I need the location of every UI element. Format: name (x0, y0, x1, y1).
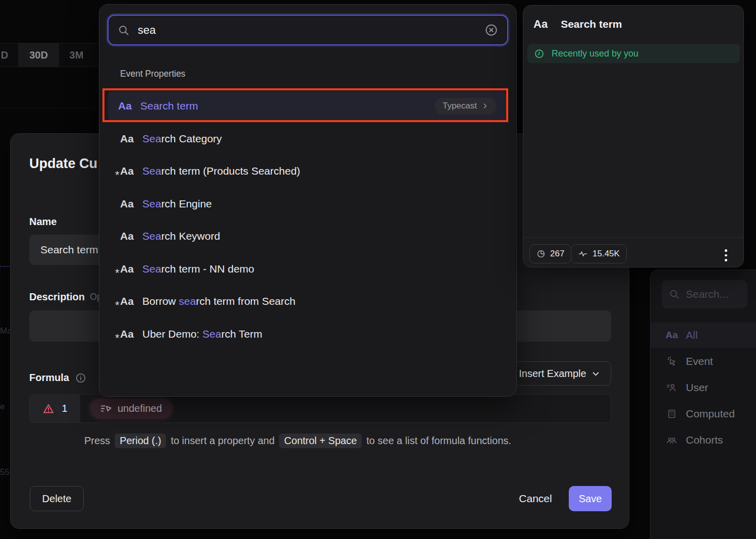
custom-property-marker: * (115, 299, 120, 312)
type-panel-search[interactable] (662, 280, 747, 308)
text-type-icon: Aa (118, 100, 133, 112)
typecast-badge[interactable]: Typecast (435, 98, 497, 115)
chevron-down-icon (591, 369, 600, 378)
typecast-label: Typecast (443, 101, 477, 111)
description-label: Description (29, 291, 85, 303)
search-icon (118, 24, 130, 36)
text-type-icon: Aa (120, 133, 135, 145)
text-type-custom-icon: Aa* (120, 263, 135, 275)
formula-help-text: Press Period (.) to insert a property an… (84, 434, 511, 448)
property-row-search-term-nn-demo[interactable]: Aa* Search term - NN demo (108, 253, 507, 285)
period-key-pill: Period (.) (115, 434, 166, 448)
property-detail-panel: Aa Search term Recently used by you 267 … (523, 5, 744, 267)
undefined-token-pill[interactable]: undefined (90, 399, 172, 419)
calculator-icon (666, 409, 678, 419)
type-filter-label: Computed (686, 408, 735, 420)
time-range-strip: D 30D 3M (0, 43, 98, 67)
background-axis-fragment: e (0, 402, 5, 412)
formula-error-gutter: 1 (30, 395, 80, 422)
type-filter-label: Cohorts (686, 434, 723, 446)
background-axis-tick: 55 (0, 467, 10, 477)
background-gridline (0, 107, 98, 108)
type-filter-all[interactable]: Aa All (651, 322, 756, 348)
chevron-right-icon (481, 102, 489, 110)
app-root: D 30D 3M May e 55 Update Cu Name Search … (0, 0, 756, 539)
recently-used-label: Recently used by you (552, 48, 638, 59)
detail-panel-title: Search term (561, 18, 622, 30)
property-row-search-term[interactable]: Aa Search term Typecast (108, 91, 507, 121)
type-filter-computed[interactable]: Computed (651, 401, 756, 426)
property-row-search-category[interactable]: Aa Search Category (108, 123, 507, 155)
custom-property-marker: * (115, 332, 120, 345)
kebab-menu-icon[interactable] (725, 249, 727, 261)
type-filter-label: Event (686, 355, 713, 367)
text-type-custom-icon: Aa* (120, 328, 135, 340)
text-type-icon: Aa (533, 18, 548, 31)
type-filter-label: All (686, 329, 697, 341)
time-range-button-partial[interactable]: D (0, 43, 9, 67)
background-chart-line (0, 266, 10, 267)
type-filter-event[interactable]: Event (651, 349, 756, 374)
detail-panel-footer: 267 15.45K (523, 237, 743, 267)
name-input-value: Search term (40, 244, 98, 256)
clear-search-icon[interactable] (484, 23, 498, 37)
text-type-custom-icon: Aa* (120, 295, 135, 307)
search-icon (669, 289, 680, 300)
property-search-input[interactable] (138, 24, 476, 37)
volume-value: 15.45K (592, 249, 620, 259)
warning-icon (42, 403, 55, 415)
help-press: Press (84, 435, 110, 447)
clock-icon (534, 48, 545, 59)
help-mid: to insert a property and (171, 435, 275, 447)
distinct-count-value: 267 (550, 249, 564, 259)
text-type-custom-icon: Aa* (120, 165, 135, 177)
text-type-icon: Aa (666, 330, 678, 341)
property-search-dropdown: Event Properties Aa Search term Typecast… (99, 4, 517, 397)
property-search-field[interactable] (107, 15, 508, 45)
insert-example-button[interactable]: Insert Example (508, 361, 611, 386)
info-icon[interactable] (75, 372, 86, 384)
formula-editor[interactable]: 1 undefined (29, 394, 611, 423)
text-type-icon: Aa (120, 198, 135, 210)
property-row-search-keyword[interactable]: Aa Search Keyword (108, 220, 507, 252)
custom-property-marker: * (115, 169, 120, 182)
undefined-token-label: undefined (118, 403, 162, 414)
property-label: Search term (140, 100, 198, 112)
function-icon (100, 404, 113, 413)
help-end: to see a list of formula functions. (366, 435, 511, 447)
type-filter-label: User (686, 382, 708, 394)
activity-icon (578, 249, 588, 259)
name-label: Name (29, 216, 57, 228)
property-row-borrow-search-term[interactable]: Aa* Borrow search term from Search (108, 285, 507, 317)
time-range-button-30d[interactable]: 30D (18, 43, 59, 67)
type-panel-search-input[interactable] (686, 288, 736, 300)
section-header-event-properties: Event Properties (120, 69, 185, 79)
property-type-panel: Aa All Event User Computed Cohorts (650, 270, 756, 539)
pie-chart-icon (536, 249, 546, 258)
volume-stat[interactable]: 15.45K (571, 244, 627, 263)
save-button[interactable]: Save (569, 486, 612, 511)
insert-example-label: Insert Example (519, 368, 586, 380)
cancel-button[interactable]: Cancel (510, 486, 561, 511)
formula-input[interactable]: undefined (80, 395, 611, 422)
distinct-count-stat[interactable]: 267 (529, 244, 571, 263)
delete-button[interactable]: Delete (30, 486, 84, 511)
cursor-click-icon (666, 356, 678, 367)
formula-label: Formula (29, 372, 69, 384)
property-row-search-engine[interactable]: Aa Search Engine (108, 188, 507, 220)
user-icon (666, 382, 678, 393)
type-filter-user[interactable]: User (651, 375, 756, 400)
property-row-uber-demo-search-term[interactable]: Aa* Uber Demo: Search Term (108, 318, 507, 350)
text-type-icon: Aa (120, 230, 135, 242)
recently-used-badge: Recently used by you (527, 44, 740, 63)
cohorts-icon (666, 435, 678, 446)
modal-title: Update Cu (29, 156, 97, 172)
ctrl-space-key-pill: Control + Space (279, 434, 362, 448)
property-row-search-term-products[interactable]: Aa* Search term (Products Searched) (108, 155, 507, 187)
time-range-button-3m[interactable]: 3M (59, 43, 94, 67)
type-filter-cohorts[interactable]: Cohorts (651, 427, 756, 453)
custom-property-marker: * (115, 266, 120, 280)
formula-line-number: 1 (62, 403, 67, 414)
